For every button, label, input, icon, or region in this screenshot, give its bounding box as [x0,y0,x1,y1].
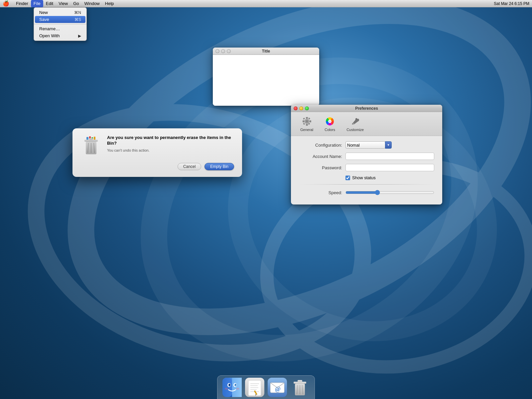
configuration-select[interactable]: Nomal Custom [345,141,385,149]
prefs-tab-customize[interactable]: Customize [342,115,368,133]
alert-dialog: Are you sure you want to permanently era… [72,128,242,177]
general-icon [302,116,312,127]
password-input[interactable] [345,164,434,171]
general-label: General [300,128,313,132]
xcode-dock-icon [245,378,264,397]
title-window-titlebar: Title [213,48,319,55]
svg-rect-5 [303,120,304,122]
password-label: Password: [299,165,342,170]
alert-message: You can't undo this action. [107,148,234,152]
menu-item-new[interactable]: New ⌘N [34,9,86,16]
configuration-label: Configuration: [299,143,342,148]
minimize-button[interactable] [221,49,225,53]
prefs-tab-general[interactable]: General [296,115,317,133]
svg-rect-6 [310,120,311,122]
svg-rect-31 [222,378,232,397]
svg-point-19 [353,123,354,125]
title-window-body [213,55,319,106]
cancel-button[interactable]: Cancel [178,163,201,170]
prefs-form-body: Configuration: Nomal Custom ▼ Account Na… [291,136,442,204]
preferences-window: Preferences General [291,105,442,204]
prefs-speed-row: Speed: [299,190,434,195]
prefs-toolbar: General [291,112,442,136]
prefs-zoom-button[interactable] [305,106,309,110]
configuration-select-wrap: Nomal Custom ▼ [345,141,434,149]
menubar: 🍎 Finder File Edit View Go Window Help S… [0,0,532,7]
dock: @ [217,375,315,399]
zoom-button[interactable] [227,49,231,53]
prefs-title: Preferences [355,106,378,111]
svg-rect-8 [308,117,310,119]
empty-bin-button[interactable]: Empty Bin [204,163,234,170]
svg-point-16 [329,120,331,122]
speed-slider[interactable] [345,190,434,195]
account-name-label: Account Name: [299,154,342,159]
svg-point-12 [306,120,308,123]
finder-menu-item[interactable]: Finder [13,0,31,7]
svg-rect-25 [89,138,93,140]
prefs-tab-colors[interactable]: Colors [320,115,340,133]
svg-rect-3 [306,117,308,119]
file-dropdown-menu: New ⌘N Save ⌘S Rename… Open With ▶ [34,7,87,41]
prefs-password-row: Password: [299,164,434,171]
window-menu-item[interactable]: Window [82,0,102,7]
menu-item-open-with[interactable]: Open With ▶ [34,32,86,39]
menu-item-save[interactable]: Save ⌘S [35,16,85,23]
apple-menu[interactable]: 🍎 [3,0,9,7]
file-menu-item[interactable]: File [31,0,43,7]
svg-point-39 [235,384,236,385]
prefs-divider [299,184,434,185]
trash-dock-icon [290,378,310,397]
svg-rect-33 [232,378,242,397]
colors-label: Colors [325,128,335,132]
dock-item-xcode[interactable] [244,378,265,399]
prefs-traffic-lights [294,106,309,110]
alert-title: Are you sure you want to permanently era… [107,135,234,146]
title-window: Title [213,48,319,106]
go-menu-item[interactable]: Go [70,0,81,7]
prefs-close-button[interactable] [294,106,298,110]
help-menu-item[interactable]: Help [102,0,117,7]
dock-item-trash[interactable] [289,378,311,399]
select-arrow-icon: ▼ [385,141,392,149]
prefs-titlebar: Preferences [291,105,442,112]
svg-rect-55 [298,380,302,382]
colors-icon [325,116,335,127]
show-status-checkbox[interactable] [345,176,350,180]
datetime-display: Sat Mar 24 6:15 PM [494,1,529,6]
prefs-configuration-row: Configuration: Nomal Custom ▼ [299,141,434,149]
account-name-input[interactable] [345,153,434,160]
trash-icon [80,135,102,156]
customize-icon [350,116,360,127]
customize-label: Customize [346,128,364,132]
svg-rect-4 [306,124,308,126]
show-status-label: Show status [352,175,376,180]
alert-text-area: Are you sure you want to permanently era… [107,135,234,152]
svg-text:@: @ [275,386,281,392]
svg-point-40 [225,388,228,390]
alert-content: Are you sure you want to permanently era… [80,135,234,156]
edit-menu-item[interactable]: Edit [43,0,56,7]
speed-label: Speed: [299,190,342,195]
menu-item-rename[interactable]: Rename… [34,25,86,32]
title-window-traffic-lights [215,49,231,53]
close-button[interactable] [215,49,219,53]
view-menu-item[interactable]: View [56,0,70,7]
svg-point-36 [229,384,230,385]
dock-item-finder[interactable] [221,378,243,399]
svg-point-41 [236,388,239,390]
menu-separator-1 [34,24,86,24]
mail-dock-icon: @ [268,378,287,397]
prefs-minimize-button[interactable] [299,106,303,110]
svg-rect-9 [303,123,305,125]
prefs-account-row: Account Name: [299,153,434,160]
title-window-title: Title [262,49,270,54]
svg-rect-7 [303,118,305,120]
prefs-show-status-row: Show status [299,175,434,180]
finder-dock-icon [222,378,242,397]
alert-buttons: Cancel Empty Bin [80,163,234,170]
dock-item-mail[interactable]: @ [267,378,288,399]
